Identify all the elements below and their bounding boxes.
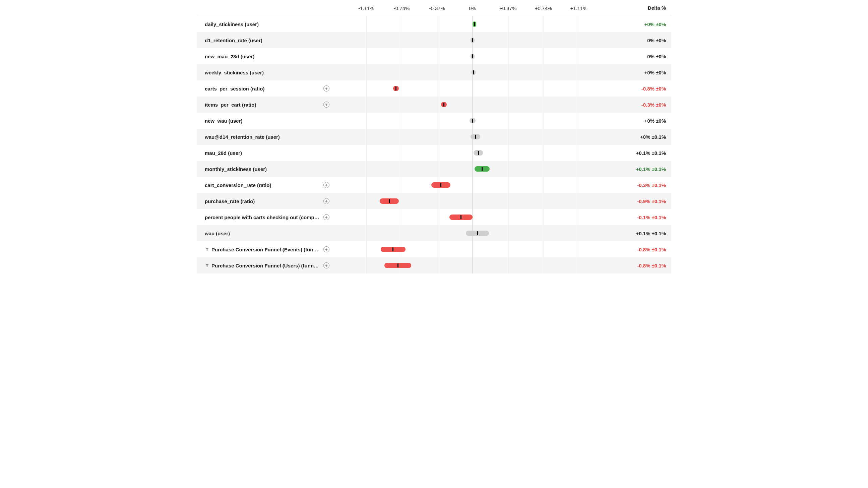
metric-row[interactable]: daily_stickiness (user)+0% ±0% xyxy=(197,16,671,32)
metric-label-cell: wau@d14_retention_rate (user) xyxy=(197,134,331,140)
confidence-interval-pill[interactable] xyxy=(469,118,475,123)
metric-label: Purchase Conversion Funnel (Events) (fun… xyxy=(212,247,321,252)
gridline xyxy=(508,241,508,257)
metric-row[interactable]: d1_retention_rate (user)0% ±0% xyxy=(197,32,671,48)
metric-row[interactable]: monthly_stickiness (user)+0.1% ±0.1% xyxy=(197,161,671,177)
confidence-interval-pill[interactable] xyxy=(450,214,472,220)
axis-tick-label: -0.37% xyxy=(429,5,445,11)
expand-plus-icon[interactable]: + xyxy=(323,101,330,108)
metric-label: percent people with carts checking out (… xyxy=(205,214,321,220)
point-estimate-tick xyxy=(440,183,441,187)
metric-row[interactable]: purchase_rate (ratio)+-0.9% ±0.1% xyxy=(197,193,671,209)
metric-row[interactable]: mau_28d (user)+0.1% ±0.1% xyxy=(197,145,671,161)
confidence-interval-pill[interactable] xyxy=(470,54,474,59)
metric-label: daily_stickiness (user) xyxy=(205,22,329,27)
gridline xyxy=(366,129,367,145)
metric-chart-cell xyxy=(331,16,614,32)
gridline xyxy=(579,257,579,274)
metric-chart-cell xyxy=(331,64,614,81)
confidence-interval-pill[interactable] xyxy=(441,102,447,107)
gridline xyxy=(437,96,437,113)
confidence-interval-pill[interactable] xyxy=(470,134,480,140)
metric-label-cell: percent people with carts checking out (… xyxy=(197,214,331,220)
gridline xyxy=(366,161,367,177)
confidence-interval-pill[interactable] xyxy=(393,86,399,91)
gridline xyxy=(544,209,544,225)
metric-row[interactable]: new_wau (user)+0% ±0% xyxy=(197,113,671,129)
gridline xyxy=(366,32,367,48)
metric-row[interactable]: weekly_stickiness (user)+0% ±0% xyxy=(197,64,671,81)
gridline xyxy=(402,48,402,64)
metric-chart-cell xyxy=(331,177,614,193)
expand-plus-icon[interactable]: + xyxy=(323,86,330,92)
metric-label-cell: Purchase Conversion Funnel (Events) (fun… xyxy=(197,246,331,252)
confidence-interval-pill[interactable] xyxy=(466,231,489,236)
gridline xyxy=(544,64,544,81)
gridline xyxy=(472,81,473,96)
gridline xyxy=(402,96,402,113)
metric-label-cell: purchase_rate (ratio)+ xyxy=(197,198,331,204)
confidence-interval-pill[interactable] xyxy=(380,199,399,204)
gridline xyxy=(508,145,508,161)
confidence-interval-pill[interactable] xyxy=(472,22,476,27)
metric-label: wau@d14_retention_rate (user) xyxy=(205,134,329,140)
confidence-interval-pill[interactable] xyxy=(384,263,411,268)
gridline xyxy=(579,32,579,48)
metric-row[interactable]: wau@d14_retention_rate (user)+0% ±0.1% xyxy=(197,129,671,145)
gridline xyxy=(437,113,437,129)
metric-label: new_mau_28d (user) xyxy=(205,54,329,59)
metric-label: items_per_cart (ratio) xyxy=(205,102,321,108)
gridline xyxy=(508,64,508,81)
metric-row[interactable]: Purchase Conversion Funnel (Users) (funn… xyxy=(197,257,671,274)
expand-plus-icon[interactable]: + xyxy=(323,214,330,220)
gridline xyxy=(437,161,437,177)
experiment-metrics-table: -1.11%-0.74%-0.37%0%+0.37%+0.74%+1.11% D… xyxy=(193,0,675,274)
metric-delta-cell: +0.1% ±0.1% xyxy=(614,166,671,172)
metric-row[interactable]: items_per_cart (ratio)+-0.3% ±0% xyxy=(197,96,671,113)
gridline xyxy=(366,16,367,32)
expand-plus-icon[interactable]: + xyxy=(323,182,330,188)
metric-delta-cell: +0% ±0% xyxy=(614,118,671,124)
metric-row[interactable]: Purchase Conversion Funnel (Events) (fun… xyxy=(197,241,671,257)
metric-row[interactable]: wau (user)+0.1% ±0.1% xyxy=(197,225,671,241)
gridline xyxy=(579,113,579,129)
metric-delta-cell: +0% ±0.1% xyxy=(614,134,671,140)
metric-chart-cell xyxy=(331,129,614,145)
expand-plus-icon[interactable]: + xyxy=(323,263,330,269)
confidence-interval-pill[interactable] xyxy=(473,150,483,155)
gridline xyxy=(544,225,544,241)
metric-delta-cell: +0.1% ±0.1% xyxy=(614,150,671,156)
point-estimate-tick xyxy=(482,167,483,171)
gridline xyxy=(579,64,579,81)
metric-delta-value: -0.1% ±0.1% xyxy=(637,214,666,220)
point-estimate-tick xyxy=(472,54,473,58)
metric-delta-value: 0% ±0% xyxy=(647,37,666,43)
metric-delta-value: -0.3% ±0% xyxy=(642,102,666,108)
point-estimate-tick xyxy=(478,151,479,155)
metric-label-cell: carts_per_session (ratio)+ xyxy=(197,86,331,92)
metric-label-cell: items_per_cart (ratio)+ xyxy=(197,101,331,108)
gridline xyxy=(508,48,508,64)
confidence-interval-pill[interactable] xyxy=(471,70,475,75)
metric-row[interactable]: carts_per_session (ratio)+-0.8% ±0% xyxy=(197,81,671,96)
confidence-interval-pill[interactable] xyxy=(431,182,451,188)
metric-delta-value: -0.3% ±0.1% xyxy=(637,182,666,188)
gridline xyxy=(437,193,437,209)
expand-plus-icon[interactable]: + xyxy=(323,198,330,204)
metric-row[interactable]: cart_conversion_rate (ratio)+-0.3% ±0.1% xyxy=(197,177,671,193)
metric-delta-value: +0% ±0.1% xyxy=(640,134,666,140)
confidence-interval-pill[interactable] xyxy=(470,37,474,43)
expand-plus-icon[interactable]: + xyxy=(323,246,330,252)
metric-delta-cell: -0.9% ±0.1% xyxy=(614,199,671,204)
delta-header-text: Delta % xyxy=(648,5,666,11)
metric-row[interactable]: new_mau_28d (user)0% ±0% xyxy=(197,48,671,64)
gridline xyxy=(579,145,579,161)
gridline xyxy=(366,257,367,274)
confidence-interval-pill[interactable] xyxy=(474,166,490,172)
confidence-interval-pill[interactable] xyxy=(381,247,405,252)
gridline xyxy=(366,193,367,209)
metric-chart-cell xyxy=(331,241,614,257)
gridline xyxy=(544,129,544,145)
gridline xyxy=(366,64,367,81)
metric-row[interactable]: percent people with carts checking out (… xyxy=(197,209,671,225)
